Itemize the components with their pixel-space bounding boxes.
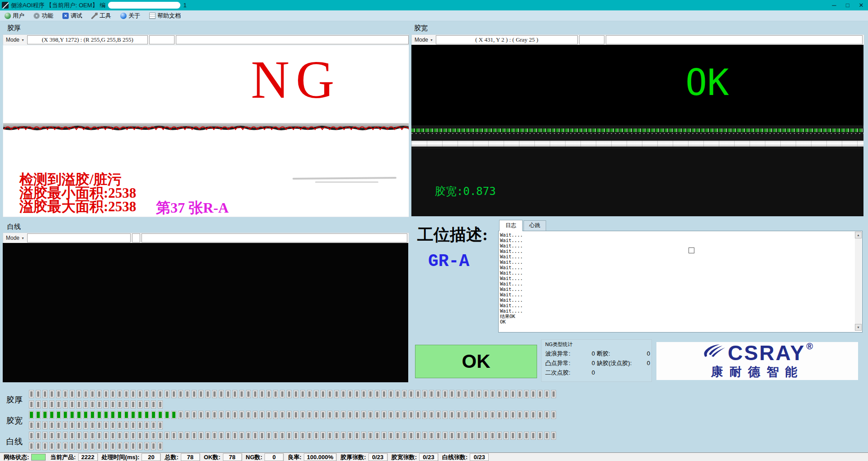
menu-item-debug[interactable]: 调试 — [58, 10, 87, 21]
grid-cell — [348, 432, 353, 440]
grid-cell — [219, 432, 224, 440]
close-button[interactable]: ✕ — [854, 2, 868, 9]
log-checkbox[interactable] — [689, 247, 694, 253]
grid-cell — [449, 411, 454, 419]
chevron-down-icon: ▼ — [21, 237, 24, 240]
width-field-3 — [606, 35, 863, 44]
result-ok-button[interactable]: OK — [415, 345, 537, 378]
log-line: Wait.... — [500, 254, 854, 259]
grid-cell — [56, 390, 61, 398]
ng-stat-value: 0 — [592, 368, 595, 377]
grid-cell — [70, 421, 75, 429]
grid-cell — [151, 390, 156, 398]
menu-item-help[interactable]: 帮助文档 — [145, 10, 185, 21]
grid-cell — [49, 432, 54, 440]
grid-cell — [449, 390, 454, 398]
width-mode-dropdown[interactable]: Mode ▼ — [412, 35, 436, 45]
grid-cell — [110, 421, 115, 429]
grid-cell — [490, 432, 495, 440]
ng-stat-value: 0 — [647, 349, 650, 358]
brand-subtitle: 康耐德智能 — [711, 364, 804, 380]
ng-stats-left: 波浪异常:0凸点异常:0二次点胶:0 — [545, 349, 595, 377]
grid-cell — [42, 421, 47, 429]
log-content[interactable]: Wait....Wait....Wait....Wait....Wait....… — [498, 231, 863, 333]
grid-cell — [253, 390, 258, 398]
tab-log[interactable]: 日志 — [499, 220, 523, 231]
window-controls: ─ □ ✕ — [827, 2, 868, 9]
menu-item-about[interactable]: 关于 — [116, 10, 145, 21]
grid-cell — [151, 400, 156, 409]
log-line: Wait.... — [500, 270, 854, 276]
grid-cell — [104, 421, 108, 429]
grid-cell — [219, 411, 224, 419]
grid-cell — [253, 432, 258, 440]
width-image-view[interactable]: OK 胶宽:0.873 — [411, 45, 863, 216]
log-scrollbar[interactable]: ▲ ▼ — [855, 232, 862, 331]
grid-cell — [422, 432, 427, 440]
whiteline-mode-dropdown[interactable]: Mode ▼ — [3, 233, 27, 243]
scroll-up-icon[interactable]: ▲ — [855, 232, 862, 238]
grid-cell — [510, 390, 515, 398]
grid-cell — [402, 411, 407, 419]
user-icon — [5, 13, 11, 19]
grid-cell — [42, 411, 47, 419]
grid-cell — [524, 411, 529, 419]
log-line: Wait.... — [500, 308, 854, 314]
menu-item-tools[interactable]: 工具 — [87, 10, 116, 21]
grid-cell — [463, 411, 468, 419]
grid-cell — [117, 421, 122, 429]
width-toolbar: Mode ▼ ( X 431, Y 2 ) : ( Gray 25 ) — [411, 34, 864, 45]
thickness-mode-dropdown[interactable]: Mode ▼ — [3, 35, 27, 45]
grid-cell — [178, 411, 183, 419]
scroll-down-icon[interactable]: ▼ — [855, 324, 862, 331]
ng-stat-value: 0 — [592, 349, 595, 358]
grid-cell — [49, 400, 54, 409]
status-label: 胶厚张数: — [336, 453, 368, 461]
grid-cell — [158, 400, 163, 409]
grid-cell — [151, 411, 156, 419]
thickness-image-view[interactable]: NG 检测到溢胶/脏污 溢胶最小面积:2538 溢胶最大面积:2538 第37 … — [3, 45, 409, 217]
grid-row — [29, 442, 163, 451]
grid-cell — [124, 442, 129, 450]
grid-cell — [83, 421, 88, 429]
grid-cell — [36, 390, 41, 398]
grid-cell — [110, 442, 115, 450]
tab-heartbeat[interactable]: 心跳 — [524, 220, 546, 231]
ng-message-line3: 溢胶最大面积:2538 — [19, 200, 136, 214]
grid-cell — [144, 432, 149, 440]
grid-cell — [165, 432, 170, 440]
grid-cell — [538, 432, 542, 440]
maximize-button[interactable]: □ — [841, 2, 854, 9]
grid-cell — [83, 442, 88, 450]
status-value: 0/23 — [419, 453, 438, 461]
grid-cell — [131, 442, 136, 450]
grid-cell — [490, 390, 495, 398]
grid-cell — [171, 432, 176, 440]
log-line: Wait.... — [500, 238, 854, 243]
grid-cell — [259, 390, 264, 398]
station-name: GR-A — [428, 252, 469, 271]
grid-cell — [259, 411, 264, 419]
menu-item-user[interactable]: 用户 — [0, 10, 29, 21]
mode-label: Mode — [6, 235, 19, 241]
window-title: 侧涂AOI程序 【当前用户: OEM】 编 — [11, 1, 105, 10]
grid-cell — [538, 411, 542, 419]
grid-cell — [531, 411, 536, 419]
grid-row — [29, 390, 556, 399]
grid-cell — [253, 411, 258, 419]
grid-cell — [104, 442, 108, 450]
ng-message-line1: 检测到溢胶/脏污 — [19, 173, 136, 186]
grid-cell — [300, 432, 305, 440]
grid-cell — [219, 390, 224, 398]
grid-cell — [76, 400, 81, 409]
minimize-button[interactable]: ─ — [827, 2, 841, 9]
features-icon — [33, 13, 40, 19]
dotted-line — [411, 133, 863, 134]
grid-cell — [402, 390, 407, 398]
thickness-field-3 — [176, 35, 409, 44]
menu-item-features[interactable]: 功能 — [29, 10, 58, 21]
grid-cell — [361, 432, 366, 440]
grid-cell — [36, 432, 41, 440]
whiteline-image-view[interactable] — [3, 243, 408, 382]
grid-cell — [287, 390, 292, 398]
